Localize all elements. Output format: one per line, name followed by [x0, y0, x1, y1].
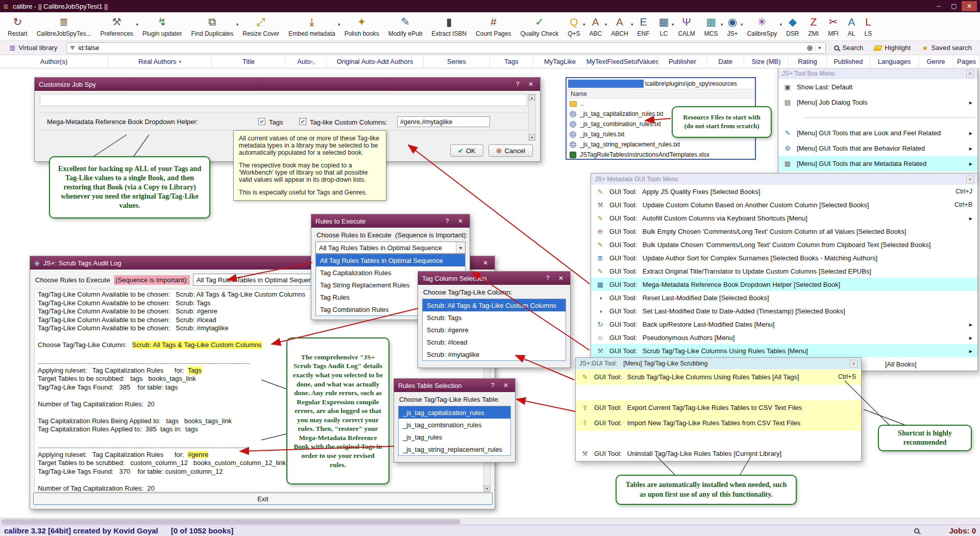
column-header[interactable]: Author(s)	[0, 55, 108, 68]
toolbar-button[interactable]: L LS	[860, 14, 877, 37]
toolbar-button[interactable]: ≣ CalibreJobSpyTes...	[32, 14, 96, 37]
menu-item[interactable]: ▣ Show Last: Default	[778, 79, 977, 94]
dialog-titlebar[interactable]: Customize Job Spy ? ✕	[35, 78, 540, 91]
menu-item[interactable]: ☺ GUI Tool: Pseudonymous Authors [Menu] …	[591, 331, 977, 344]
toolbar-button[interactable]: ✎ Modify ePub	[384, 14, 427, 37]
column-header[interactable]: Series	[424, 55, 490, 68]
list-option[interactable]: Scrub: #genre	[423, 324, 566, 336]
dialog-titlebar[interactable]: Rules Table Selection ? ✕	[394, 379, 515, 392]
dialog-scrollbar[interactable]: ▲ ▼	[528, 94, 535, 141]
column-header[interactable]: Published	[827, 55, 870, 68]
menu-item[interactable]: ✎ GUI Tool: Extract Original Title/Trans…	[591, 264, 977, 278]
menu-item[interactable]: ↻ GUI Tool: Back up/Restore Last-Modifie…	[591, 318, 977, 331]
menu-item[interactable]: ⚒ GUI Tool: Scrub Tag/Tag-Like Columns U…	[591, 344, 977, 357]
window-titlebar[interactable]: ≣ calibre - || CalibreJobSpyTest1 || – ▢…	[0, 0, 980, 12]
combo-arrow-icon[interactable]: ▾	[456, 242, 465, 253]
menu-item[interactable]: ▦ GUI Tool: Mega-Metadata Reference Book…	[591, 278, 977, 291]
menu-item[interactable]: ✎ GUI Tool: Bulk Update Chosen 'Comments…	[591, 238, 977, 251]
search-history-dropdown-icon[interactable]: ▾	[815, 45, 823, 51]
menu-title-bar[interactable]: JS+:GUI Tool: [Menu] Tag/Tag-Like Scrubb…	[576, 358, 861, 369]
column-header[interactable]: Title	[212, 55, 286, 68]
column-header[interactable]: Publisher	[658, 55, 707, 68]
close-menu-icon[interactable]: ✕	[966, 70, 974, 78]
column-header[interactable]: Languages	[870, 55, 919, 68]
list-option[interactable]: _js_tag_combination_rules	[399, 419, 510, 431]
close-button[interactable]: ✕	[455, 216, 465, 226]
list-option[interactable]: _js_tag_rules	[399, 431, 510, 443]
list-option[interactable]: _js_tag_capitalization_rules	[399, 406, 510, 419]
scroll-down-icon[interactable]: ▼	[529, 134, 535, 140]
toolbar-button[interactable]: ▦ ▾ LC	[654, 14, 674, 37]
virtual-library-button[interactable]: ≣ Virtual library	[5, 42, 61, 54]
menu-item[interactable]: ✎ GUI Tool: Scrub Tag/Tag-Like Columns U…	[576, 369, 861, 384]
toolbar-button[interactable]: ✓ Quality Check	[516, 14, 563, 37]
menu-item[interactable]: ▤ [Menu] Job Dialog Tools ▸	[778, 94, 977, 110]
menu-item[interactable]: ≣ GUI Tool: Update Author Sort for Compl…	[591, 251, 977, 264]
zoom-icon[interactable]	[914, 528, 919, 533]
toolbar-button[interactable]: ✦ Polish books	[340, 14, 384, 37]
search-box[interactable]: ⊗ ▾	[66, 42, 826, 54]
column-header[interactable]: Pages	[953, 55, 980, 68]
scroll-up-icon[interactable]: ▲	[529, 94, 535, 101]
help-button[interactable]: ?	[487, 381, 498, 390]
help-button[interactable]: ?	[442, 216, 452, 226]
menu-item[interactable]: ✎ [Menu] GUI Tools that are Look and Fee…	[778, 125, 977, 140]
clear-search-icon[interactable]: ⊗	[807, 43, 814, 53]
menu-item[interactable]	[576, 430, 861, 446]
toolbar-button[interactable]: ◆ DSR	[781, 14, 803, 37]
list-option[interactable]: Scrub: All Tags & Tag-Like Custom Column…	[423, 299, 566, 311]
toolbar-button[interactable]: Ψ CALM	[673, 14, 699, 37]
menu-item[interactable]: ▦ [Menu] GUI Tools that are Metadata Rel…	[778, 156, 977, 171]
toolbar-button[interactable]: ⤢ Resize Cover	[238, 14, 284, 37]
toolbar-button[interactable]: ⤓ ▾ Embed metadata	[284, 14, 339, 37]
column-header[interactable]: Original Auto-Add Authors	[327, 55, 424, 68]
column-header[interactable]: Auto-,	[286, 55, 327, 68]
menu-item[interactable]: ⚒ GUI Tool: Uninstall Tag/Tag-Like Rules…	[576, 446, 861, 461]
list-option[interactable]: _js_tag_string_replacement_rules	[399, 443, 510, 455]
menu-item[interactable]: ⇧ GUI Tool: Export Current Tag/Tag-Like …	[576, 400, 861, 415]
list-option[interactable]: All Tag Rules Tables in Optimal Sequence	[316, 254, 465, 266]
toolbar-button[interactable]: ⚒ ▾ Preferences	[95, 14, 138, 37]
close-menu-icon[interactable]: ✕	[966, 176, 974, 183]
ok-button[interactable]: ✔ OK	[450, 144, 483, 157]
toolbar-button[interactable]: ↻ Restart	[3, 14, 32, 37]
search-input[interactable]	[78, 44, 804, 52]
menu-item[interactable]: ⚙ [Menu] GUI Tools that are Behavior Rel…	[778, 140, 977, 156]
name-column-header[interactable]: Name	[567, 89, 755, 99]
file-row[interactable]: _js_tag_string_replacement_rules.txt	[567, 139, 755, 150]
toolbar-button[interactable]: Q ▾ Q+S	[563, 14, 584, 37]
list-option[interactable]: Scrub: #mytaglike	[423, 348, 566, 360]
menu-item[interactable]: ⚒ GUI Tool: Update Custom Column Based o…	[591, 198, 977, 211]
menu-item[interactable]: ✎ GUI Tool: Apply JS Quality Fixes [Sele…	[591, 185, 977, 198]
toolbar-button[interactable]: ▦ ▾ MCS	[700, 14, 723, 37]
minimize-button[interactable]: –	[931, 1, 946, 11]
menu-item[interactable]	[576, 384, 861, 400]
list-option[interactable]: Scrub: Tags	[423, 311, 566, 324]
menu-title-bar[interactable]: JS+ Tool Box Menu ✕	[778, 68, 977, 79]
menu-item[interactable]	[778, 110, 977, 125]
toolbar-button[interactable]: ▮ Extract ISBN	[427, 14, 471, 37]
help-button[interactable]: ?	[543, 274, 553, 283]
rules-combo[interactable]: All Tag Rules Tables in Optimal Sequence…	[315, 241, 465, 254]
column-header[interactable]: MyTagLike	[533, 55, 587, 68]
column-header[interactable]: Tags	[490, 55, 533, 68]
column-header[interactable]: Genre	[919, 55, 953, 68]
menu-item[interactable]: ⊖ GUI Tool: Bulk Empty Chosen 'Comments/…	[591, 225, 977, 238]
highlight-button[interactable]: Highlight	[871, 43, 914, 53]
column-header[interactable]: Size (MB)	[744, 55, 789, 68]
close-button[interactable]: ✕	[501, 381, 511, 390]
maximize-button[interactable]: ▢	[946, 1, 962, 11]
close-menu-icon[interactable]: ✕	[850, 360, 857, 368]
toolbar-button[interactable]: Z ZMI	[803, 14, 823, 37]
saved-search-button[interactable]: ★ Saved search	[919, 43, 975, 53]
close-button[interactable]: ✕	[556, 274, 566, 283]
toolbar-button[interactable]: ✳ ▾ CalibreSpy	[742, 14, 781, 37]
menu-title-bar[interactable]: JS+ Metadata GUI Tools Menu ✕	[591, 174, 977, 185]
taglike-columns-checkbox[interactable]	[299, 118, 306, 125]
close-button[interactable]: ✕	[526, 80, 536, 89]
toolbar-button[interactable]: A ▾ ABC	[585, 14, 607, 37]
jobs-indicator[interactable]: Jobs: 0	[949, 526, 976, 535]
toolbar-button[interactable]: ↯ Plugin updater	[138, 14, 186, 37]
horizontal-scrollbar[interactable]	[0, 518, 980, 525]
search-button[interactable]: Search	[831, 43, 866, 53]
